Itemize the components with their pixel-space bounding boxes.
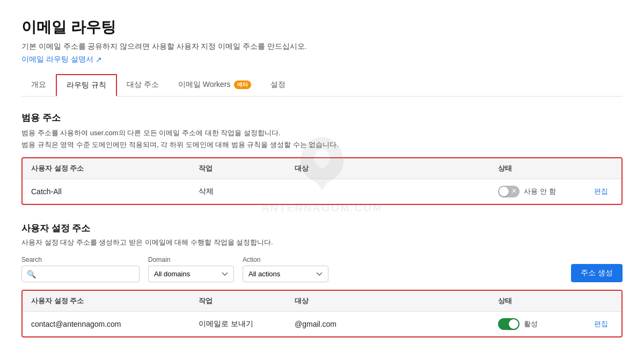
col-header-status-1: 상태: [489, 158, 586, 179]
catch-all-table-wrapper: 사용자 설정 주소 작업 대상 상태 Catch-All 삭제: [21, 157, 623, 205]
page-description: 기본 이메일 주소를 공유하지 않으려면 사용할 사용자 지정 이메일 주소를 …: [21, 42, 623, 52]
table-row: Catch-All 삭제 사용 안 함 편집: [23, 179, 621, 204]
col-header-edit-1: [586, 158, 621, 179]
custom-address-edit-link[interactable]: 편집: [594, 320, 608, 328]
catch-all-edit-cell: 편집: [586, 179, 621, 204]
catch-all-edit-link[interactable]: 편집: [594, 187, 608, 195]
page-title: 이메일 라우팅: [21, 17, 623, 38]
catch-all-toggle[interactable]: [498, 186, 519, 197]
catch-all-desc2: 범용 규칙은 영역 수준 도메인에만 적용되며, 각 하위 도메인에 대해 범용…: [21, 140, 623, 150]
custom-address-action: 이메일로 보내기: [190, 312, 286, 337]
col-header-action-1: 작업: [190, 158, 286, 179]
col-header-target-1: 대상: [286, 158, 489, 179]
tab-settings[interactable]: 설정: [261, 74, 295, 97]
catch-all-status-label: 사용 안 함: [524, 187, 555, 196]
col-header-address-1: 사용자 설정 주소: [23, 158, 190, 179]
col-header-edit-2: [586, 291, 621, 312]
catch-all-status: 사용 안 함: [489, 179, 586, 204]
catch-all-action: 삭제: [190, 179, 286, 204]
catch-all-section-title: 범용 주소: [21, 112, 623, 124]
custom-address-table-wrapper: 사용자 설정 주소 작업 대상 상태 contact@antennagom.co…: [21, 290, 623, 337]
tab-email-workers[interactable]: 이메일 Workers 베타: [169, 74, 261, 97]
toggle-track-on: [498, 318, 519, 330]
custom-address-status: 활성: [489, 312, 586, 337]
custom-address-table: 사용자 설정 주소 작업 대상 상태 contact@antennagom.co…: [23, 291, 621, 336]
search-input[interactable]: [21, 266, 140, 282]
domain-label: Domain: [148, 256, 234, 263]
tab-overview[interactable]: 개요: [21, 74, 56, 97]
search-icon: 🔍: [27, 270, 36, 278]
beta-badge: 베타: [234, 80, 252, 89]
custom-address-toggle[interactable]: [498, 318, 519, 330]
col-header-address-2: 사용자 설정 주소: [23, 291, 190, 312]
col-header-status-2: 상태: [489, 291, 586, 312]
toggle-thumb-on: [509, 319, 518, 329]
custom-address-section-title: 사용자 설정 주소: [21, 222, 623, 234]
toggle-thumb: [499, 187, 509, 196]
catch-all-address: Catch-All: [23, 179, 190, 204]
search-label: Search: [21, 256, 140, 263]
create-address-button[interactable]: 주소 생성: [571, 264, 623, 282]
action-label: Action: [243, 256, 328, 263]
tab-destination-addresses[interactable]: 대상 주소: [117, 74, 169, 97]
custom-address-target: @gmail.com: [286, 312, 489, 337]
toggle-track-off: [498, 186, 519, 197]
custom-address-desc: 사용자 설정 대상 주소를 생성하고 받은 이메일에 대해 수행할 작업을 설정…: [21, 238, 623, 247]
filters-row: Search 🔍 Domain All domains antennagom.c…: [21, 256, 623, 282]
catch-all-target: [286, 179, 489, 204]
search-input-wrap: 🔍: [21, 266, 140, 282]
col-header-action-2: 작업: [190, 291, 286, 312]
tab-routing-rules[interactable]: 라우팅 규칙: [56, 74, 117, 97]
custom-address-status-label: 활성: [524, 319, 538, 329]
table-row: contact@antennagom.com 이메일로 보내기 @gmail.c…: [23, 312, 621, 337]
search-filter-group: Search 🔍: [21, 256, 140, 282]
action-filter-group: Action All actions 이메일로 보내기 삭제 비활성화: [243, 256, 328, 282]
domain-filter-group: Domain All domains antennagom.com: [148, 256, 234, 282]
catch-all-desc1: 범용 주소를 사용하여 user.com의 다른 모든 이메일 주소에 대한 작…: [21, 128, 623, 138]
catch-all-table: 사용자 설정 주소 작업 대상 상태 Catch-All 삭제: [23, 158, 621, 204]
docs-link-text: 이메일 라우팅 설명서: [21, 55, 93, 64]
external-link-icon: ↗: [96, 55, 102, 64]
action-select[interactable]: All actions 이메일로 보내기 삭제 비활성화: [243, 266, 328, 282]
domain-select[interactable]: All domains antennagom.com: [148, 266, 234, 282]
tabs-nav: 개요 라우팅 규칙 대상 주소 이메일 Workers 베타 설정: [21, 74, 623, 97]
custom-address-email: contact@antennagom.com: [23, 312, 190, 337]
docs-link[interactable]: 이메일 라우팅 설명서 ↗: [21, 55, 102, 64]
col-header-target-2: 대상: [286, 291, 489, 312]
custom-address-edit-cell: 편집: [586, 312, 621, 337]
